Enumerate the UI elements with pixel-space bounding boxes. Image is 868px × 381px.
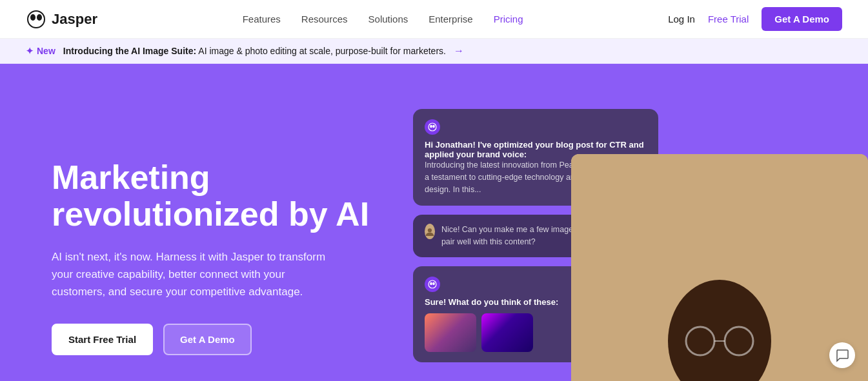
announcement-arrow[interactable]: → (454, 45, 464, 57)
nav-links: Features Resources Solutions Enterprise … (243, 14, 523, 25)
hero-content: Marketing revolutionized by AI AI isn't … (52, 159, 387, 356)
svg-point-7 (429, 280, 436, 288)
jasper-avatar-1 (425, 119, 440, 135)
jasper-logo-icon (26, 9, 46, 30)
announcement-new-badge: ✦ New (26, 46, 56, 56)
sparkle-icon: ✦ (26, 46, 34, 56)
hero-buttons: Start Free Trial Get A Demo (52, 324, 387, 355)
svg-point-1 (30, 14, 35, 21)
navbar-actions: Log In Free Trial Get A Demo (668, 7, 842, 31)
announcement-bar: ✦ New Introducing the AI Image Suite: AI… (0, 39, 868, 64)
nav-features[interactable]: Features (243, 14, 281, 24)
svg-point-8 (430, 282, 432, 285)
chat-icon (835, 348, 849, 362)
hero-section: Marketing revolutionized by AI AI isn't … (0, 64, 868, 381)
nav-pricing[interactable]: Pricing (494, 14, 523, 24)
login-button[interactable]: Log In (668, 14, 695, 24)
chat-bubble-1-header (425, 119, 647, 135)
svg-point-9 (432, 282, 435, 285)
chat-image-2 (481, 313, 533, 352)
logo[interactable]: Jasper (26, 9, 97, 30)
hero-title: Marketing revolutionized by AI (52, 159, 387, 233)
nav-resources[interactable]: Resources (301, 14, 348, 24)
svg-point-2 (37, 14, 42, 21)
free-trial-button[interactable]: Free Trial (708, 14, 749, 24)
svg-point-3 (429, 123, 436, 131)
chat-image-1 (425, 313, 476, 352)
svg-point-4 (430, 125, 432, 128)
person-photo: Jonathan Growth Marketer (571, 154, 868, 381)
get-demo-hero-button[interactable]: Get A Demo (163, 324, 252, 355)
person-silhouette-svg (571, 154, 868, 381)
logo-text: Jasper (52, 11, 97, 28)
svg-point-5 (432, 125, 435, 128)
jasper-avatar-3 (425, 277, 440, 292)
start-free-trial-button[interactable]: Start Free Trial (52, 324, 153, 355)
svg-point-0 (28, 11, 45, 28)
get-demo-nav-button[interactable]: Get A Demo (762, 7, 842, 31)
nav-solutions[interactable]: Solutions (368, 14, 409, 24)
navbar: Jasper Features Resources Solutions Ente… (0, 0, 868, 39)
svg-point-6 (428, 228, 432, 232)
user-avatar (425, 224, 435, 239)
hero-right: Hi Jonathan! I've optimized your blog po… (413, 103, 829, 381)
announcement-text: Introducing the AI Image Suite: AI image… (63, 46, 446, 56)
chat-widget-icon[interactable] (829, 342, 855, 368)
nav-enterprise[interactable]: Enterprise (429, 14, 472, 24)
hero-subtitle: AI isn't next, it's now. Harness it with… (52, 248, 329, 301)
